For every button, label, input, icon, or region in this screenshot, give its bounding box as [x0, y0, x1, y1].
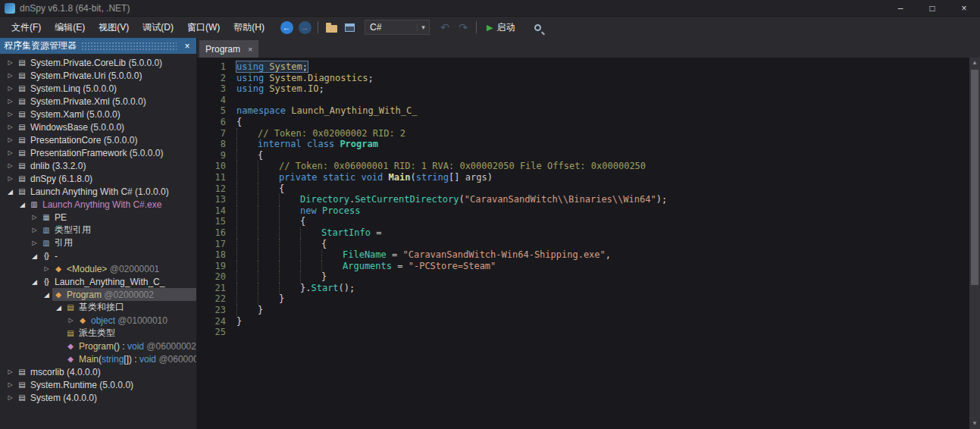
- code-line[interactable]: 5namespace Launch_Anything_With_C_: [197, 105, 969, 117]
- scroll-up-icon[interactable]: ▲: [969, 58, 980, 68]
- menu-item[interactable]: 调试(D): [136, 17, 180, 38]
- collapse-arrow-icon[interactable]: ◢: [53, 304, 64, 312]
- expand-arrow-icon[interactable]: ▷: [41, 265, 52, 272]
- collapse-arrow-icon[interactable]: ◢: [41, 291, 52, 299]
- tree-item[interactable]: ▷▤System (4.0.0.0): [0, 391, 196, 404]
- tree-item[interactable]: ▷◆<Module> @02000001: [0, 262, 196, 275]
- code-line[interactable]: 1using System;: [197, 61, 969, 73]
- maximize-button[interactable]: □: [916, 0, 948, 17]
- code-line[interactable]: 3using System.IO;: [197, 83, 969, 95]
- expand-arrow-icon[interactable]: ▷: [5, 175, 16, 182]
- expand-arrow-icon[interactable]: ▷: [5, 368, 16, 375]
- code-line[interactable]: 16StartInfo =: [197, 227, 969, 239]
- tree-item[interactable]: ▷▥引用: [0, 236, 196, 249]
- tree-item[interactable]: ◢▥Launch Anything With C#.exe: [0, 198, 196, 211]
- tree-item[interactable]: ▷▤PresentationCore (5.0.0.0): [0, 133, 196, 146]
- scrollbar-thumb[interactable]: [971, 70, 978, 285]
- expand-arrow-icon[interactable]: ▷: [5, 394, 16, 401]
- open-module-button[interactable]: [340, 19, 358, 36]
- undo-button[interactable]: ↶: [436, 19, 454, 36]
- code-line[interactable]: 15{: [197, 216, 969, 227]
- panel-close-button[interactable]: ×: [181, 41, 193, 52]
- open-file-button[interactable]: [322, 19, 340, 36]
- expand-arrow-icon[interactable]: ▷: [29, 240, 40, 246]
- code-line[interactable]: 23}: [197, 305, 969, 316]
- code-line[interactable]: 25: [197, 327, 969, 338]
- minimize-button[interactable]: –: [885, 0, 916, 17]
- expand-arrow-icon[interactable]: ▷: [5, 111, 16, 117]
- tree-item[interactable]: ▷▤dnlib (3.3.2.0): [0, 159, 196, 172]
- tab-close-icon[interactable]: ×: [248, 45, 252, 54]
- collapse-arrow-icon[interactable]: ◢: [17, 201, 28, 208]
- expand-arrow-icon[interactable]: ▷: [5, 136, 16, 143]
- tree-item[interactable]: ◆Main(string[]) : void @06000001: [0, 352, 196, 365]
- expand-arrow-icon[interactable]: ▷: [65, 317, 77, 324]
- tree-item[interactable]: ▷▤System.Private.CoreLib (5.0.0.0): [0, 56, 196, 69]
- code-line[interactable]: 6{: [197, 117, 969, 128]
- vertical-scrollbar[interactable]: ▲ ▼: [969, 58, 980, 429]
- code-line[interactable]: 2using System.Diagnostics;: [197, 73, 969, 84]
- tree-item[interactable]: ▷▤System.Runtime (5.0.0.0): [0, 378, 196, 391]
- tree-item[interactable]: ◆Program() : void @06000002: [0, 340, 196, 352]
- code-line[interactable]: 19Arguments = "-PCStore=Steam": [197, 261, 969, 272]
- search-button[interactable]: [528, 19, 546, 36]
- redo-button[interactable]: ↷: [454, 19, 472, 36]
- code-line[interactable]: 13Directory.SetCurrentDirectory("Caravan…: [197, 194, 969, 205]
- code-view[interactable]: 1using System;2using System.Diagnostics;…: [197, 58, 969, 429]
- language-select[interactable]: C# ▾: [365, 20, 430, 35]
- expand-arrow-icon[interactable]: ▷: [5, 85, 16, 92]
- back-button[interactable]: ←: [277, 19, 296, 36]
- scroll-down-icon[interactable]: ▼: [969, 418, 980, 429]
- code-line[interactable]: 9{: [197, 150, 969, 161]
- panel-header[interactable]: 程序集资源管理器 ×: [0, 38, 196, 54]
- close-button[interactable]: ×: [948, 0, 980, 17]
- tree-item[interactable]: ▷▤WindowsBase (5.0.0.0): [0, 121, 196, 133]
- expand-arrow-icon[interactable]: ▷: [5, 149, 16, 156]
- expand-arrow-icon[interactable]: ▷: [29, 214, 40, 221]
- menu-item[interactable]: 帮助(H): [227, 17, 271, 38]
- expand-arrow-icon[interactable]: ▷: [5, 124, 16, 130]
- expand-arrow-icon[interactable]: ▷: [5, 98, 16, 105]
- collapse-arrow-icon[interactable]: ◢: [29, 278, 40, 286]
- code-line[interactable]: 18FileName = "CaravanSandWitch-Win64-Shi…: [197, 249, 969, 261]
- code-line[interactable]: 11private static void Main(string[] args…: [197, 172, 969, 183]
- tree-item[interactable]: ◢{}-: [0, 249, 196, 262]
- expand-arrow-icon[interactable]: ▷: [5, 72, 16, 79]
- tree-item[interactable]: ◢◆Program @02000002: [0, 288, 196, 301]
- tree-item[interactable]: ▷▤dnSpy (6.1.8.0): [0, 172, 196, 185]
- code-line[interactable]: 8internal class Program: [197, 139, 969, 150]
- expand-arrow-icon[interactable]: ▷: [5, 162, 16, 169]
- code-line[interactable]: 12{: [197, 183, 969, 195]
- code-line[interactable]: 20}: [197, 271, 969, 283]
- menu-item[interactable]: 窗口(W): [180, 17, 227, 38]
- tree-item[interactable]: ▷▥类型引用: [0, 224, 196, 236]
- menu-item[interactable]: 文件(F): [5, 17, 48, 38]
- code-line[interactable]: 10// Token: 0x06000001 RID: 1 RVA: 0x000…: [197, 161, 969, 172]
- code-line[interactable]: 4: [197, 95, 969, 106]
- tree-item[interactable]: ▷▤System.Xaml (5.0.0.0): [0, 108, 196, 121]
- menu-item[interactable]: 视图(V): [92, 17, 136, 38]
- tree-item[interactable]: ▷▤System.Linq (5.0.0.0): [0, 82, 196, 95]
- tree-item[interactable]: ▷◆object @01000010: [0, 314, 196, 327]
- expand-arrow-icon[interactable]: ▷: [5, 59, 16, 66]
- code-line[interactable]: 21}.Start();: [197, 283, 969, 294]
- code-line[interactable]: 22}: [197, 293, 969, 305]
- start-button[interactable]: ▶ 启动: [481, 19, 521, 36]
- code-line[interactable]: 17{: [197, 239, 969, 250]
- forward-button[interactable]: →: [296, 19, 314, 36]
- tree-item[interactable]: ◢{}Launch_Anything_With_C_: [0, 275, 196, 288]
- expand-arrow-icon[interactable]: ▷: [5, 381, 16, 388]
- tree-item[interactable]: ▷▤System.Private.Uri (5.0.0.0): [0, 69, 196, 82]
- tree-item[interactable]: ◢▤Launch Anything With C# (1.0.0.0): [0, 185, 196, 198]
- tree-item[interactable]: ▷▤mscorlib (4.0.0.0): [0, 365, 196, 378]
- tab-program[interactable]: Program ×: [199, 40, 258, 58]
- expand-arrow-icon[interactable]: ▷: [29, 227, 40, 233]
- code-line[interactable]: 14new Process: [197, 205, 969, 217]
- menu-item[interactable]: 编辑(E): [48, 17, 92, 38]
- tree-item[interactable]: ▷▤System.Private.Xml (5.0.0.0): [0, 95, 196, 108]
- code-line[interactable]: 24}: [197, 316, 969, 327]
- tree-item[interactable]: ◢▤基类和接口: [0, 301, 196, 314]
- collapse-arrow-icon[interactable]: ◢: [29, 252, 40, 260]
- tree-item[interactable]: ▷▦PE: [0, 211, 196, 224]
- tree-item[interactable]: ▷▤PresentationFramework (5.0.0.0): [0, 146, 196, 159]
